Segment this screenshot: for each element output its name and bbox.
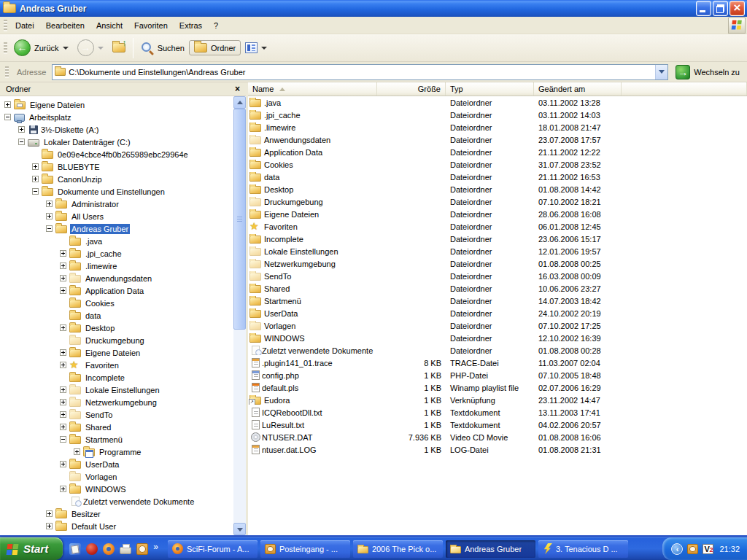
expand-toggle-icon[interactable] <box>46 201 53 207</box>
file-name-cell[interactable]: Vorlagen <box>248 321 377 330</box>
file-name-cell[interactable]: .plugin141_01.trace <box>248 358 377 368</box>
expand-toggle-icon[interactable] <box>4 101 11 108</box>
file-row[interactable]: Zuletzt verwendete Dokumente Dateiordner… <box>248 344 747 357</box>
file-name-cell[interactable]: Favoriten <box>248 222 377 232</box>
task-button[interactable]: Posteingang - ... <box>260 540 350 558</box>
search-button[interactable]: Suchen <box>136 39 189 57</box>
file-row[interactable]: WINDOWS Dateiordner 12.10.2002 16:39 <box>248 332 747 344</box>
file-name-cell[interactable]: NTUSER.DAT <box>248 432 377 442</box>
expand-toggle-icon[interactable] <box>60 349 66 356</box>
file-row[interactable]: .jpi_cache Dateiordner 03.11.2002 14:03 <box>248 109 747 121</box>
expand-toggle-icon[interactable] <box>60 362 66 368</box>
tree-item[interactable]: All Users <box>0 210 233 222</box>
scroll-up-icon[interactable] <box>233 96 246 109</box>
close-button[interactable] <box>729 1 745 16</box>
clock-tray-icon[interactable] <box>687 544 698 554</box>
expand-toggle-icon[interactable] <box>32 188 39 195</box>
file-row[interactable]: ICQRebootDll.txt 1 KB Textdokument 13.11… <box>248 406 747 419</box>
tree-item[interactable]: CanonUnzip <box>0 173 233 185</box>
column-header-type[interactable]: Typ <box>446 82 534 96</box>
address-input[interactable]: C:\Dokumente und Einstellungen\Andreas G… <box>52 64 668 80</box>
file-name-cell[interactable]: Application Data <box>248 147 377 157</box>
file-name-cell[interactable]: Netzwerkumgebung <box>248 259 377 268</box>
menu-help[interactable]: ? <box>208 19 224 32</box>
file-row[interactable]: Favoriten Dateiordner 06.01.2008 12:45 <box>248 220 747 233</box>
tree-item[interactable]: data <box>0 309 233 322</box>
tree-item[interactable]: Vorlagen <box>0 470 233 483</box>
file-name-cell[interactable]: ntuser.dat.LOG <box>248 445 377 454</box>
tree-item[interactable]: Shared <box>0 421 233 433</box>
column-header-modified[interactable]: Geändert am <box>534 82 622 96</box>
task-button[interactable]: 3. Tenacious D ... <box>538 540 628 558</box>
tree-item[interactable]: .java <box>0 235 233 247</box>
file-name-cell[interactable]: Druckumgebung <box>248 197 377 206</box>
tree-item[interactable]: Anwendungsdaten <box>0 272 233 284</box>
expand-toggle-icon[interactable] <box>60 250 66 257</box>
expand-toggle-icon[interactable] <box>46 213 53 219</box>
file-name-cell[interactable]: .limewire <box>248 122 377 132</box>
file-row[interactable]: Druckumgebung Dateiordner 07.10.2002 18:… <box>248 195 747 208</box>
minimize-button[interactable] <box>696 1 711 16</box>
menu-ansicht[interactable]: Ansicht <box>90 19 128 32</box>
tree-item[interactable]: Default User <box>0 520 233 532</box>
expand-toggle-icon[interactable] <box>60 486 66 492</box>
back-button[interactable]: Zurück <box>9 37 73 58</box>
scrollbar-thumb[interactable] <box>233 109 246 330</box>
file-row[interactable]: config.php 1 KB PHP-Datei 07.10.2005 18:… <box>248 369 747 381</box>
file-name-cell[interactable]: Lokale Einstellungen <box>248 246 377 256</box>
expand-toggle-icon[interactable] <box>60 461 66 467</box>
expand-toggle-icon[interactable] <box>60 262 66 269</box>
quick-launch-overflow-icon[interactable]: » <box>153 542 158 552</box>
expand-toggle-icon[interactable] <box>60 287 66 294</box>
back-dropdown-icon[interactable] <box>63 47 69 50</box>
tree-item[interactable]: Netzwerkumgebung <box>0 396 233 408</box>
expand-toggle-icon[interactable] <box>60 324 66 331</box>
expand-toggle-icon[interactable] <box>4 114 11 120</box>
file-row[interactable]: ntuser.dat.LOG 1 KB LOG-Datei 01.08.2008… <box>248 443 747 456</box>
expand-toggle-icon[interactable] <box>46 510 53 517</box>
show-desktop-icon[interactable] <box>69 543 81 555</box>
restore-button[interactable] <box>713 1 728 16</box>
expand-toggle-icon[interactable] <box>46 523 53 529</box>
file-name-cell[interactable]: SendTo <box>248 271 377 281</box>
menu-bearbeiten[interactable]: Bearbeiten <box>40 19 90 32</box>
file-name-cell[interactable]: .java <box>248 98 377 107</box>
file-name-cell[interactable]: data <box>248 172 377 182</box>
folders-panel-close-icon[interactable]: × <box>235 85 240 93</box>
expand-toggle-icon[interactable] <box>60 399 66 405</box>
file-row[interactable]: default.pls 1 KB Winamp playlist file 02… <box>248 381 747 394</box>
file-name-cell[interactable]: Eudora <box>248 395 377 405</box>
tree-item[interactable]: Eigene Dateien <box>0 346 233 359</box>
tree-item[interactable]: Arbeitsplatz <box>0 111 233 123</box>
tree-item[interactable]: Cookies <box>0 297 233 309</box>
file-row[interactable]: Cookies Dateiordner 31.07.2008 23:52 <box>248 158 747 171</box>
file-row[interactable]: Netzwerkumgebung Dateiordner 01.08.2008 … <box>248 257 747 270</box>
expand-toggle-icon[interactable] <box>60 411 66 418</box>
tree-item[interactable]: .limewire <box>0 260 233 272</box>
file-row[interactable]: .limewire Dateiordner 18.01.2008 21:47 <box>248 121 747 133</box>
tree-item[interactable]: Dokumente und Einstellungen <box>0 185 233 198</box>
tree-item[interactable]: Programme <box>0 446 233 458</box>
tree-item[interactable]: Besitzer <box>0 508 233 520</box>
column-header-size[interactable]: Größe <box>377 82 446 96</box>
file-name-cell[interactable]: UserData <box>248 308 377 318</box>
tree-item[interactable]: .jpi_cache <box>0 247 233 260</box>
addressbar-grip[interactable] <box>5 66 9 78</box>
file-row[interactable]: LuResult.txt 1 KB Textdokument 04.02.200… <box>248 419 747 431</box>
tree-item[interactable]: Startmenü <box>0 433 233 446</box>
file-row[interactable]: SendTo Dateiordner 16.03.2008 00:09 <box>248 270 747 282</box>
tree-item[interactable]: Incomplete <box>0 371 233 384</box>
file-row[interactable]: Vorlagen Dateiordner 07.10.2002 17:25 <box>248 319 747 332</box>
tree-item[interactable]: SendTo <box>0 408 233 421</box>
address-dropdown-button[interactable] <box>655 65 667 79</box>
printer-icon[interactable] <box>120 547 131 554</box>
window-titlebar[interactable]: Andreas Gruber <box>0 0 747 17</box>
file-row[interactable]: Anwendungsdaten Dateiordner 23.07.2008 1… <box>248 133 747 146</box>
scroll-down-icon[interactable] <box>233 523 246 535</box>
file-row[interactable]: Lokale Einstellungen Dateiordner 12.01.2… <box>248 245 747 257</box>
file-row[interactable]: data Dateiordner 21.11.2002 16:53 <box>248 171 747 183</box>
expand-toggle-icon[interactable] <box>60 436 66 443</box>
file-row[interactable]: Shared Dateiordner 10.06.2006 23:27 <box>248 282 747 295</box>
tree-item[interactable]: Zuletzt verwendete Dokumente <box>0 495 233 508</box>
file-name-cell[interactable]: ICQRebootDll.txt <box>248 408 377 417</box>
